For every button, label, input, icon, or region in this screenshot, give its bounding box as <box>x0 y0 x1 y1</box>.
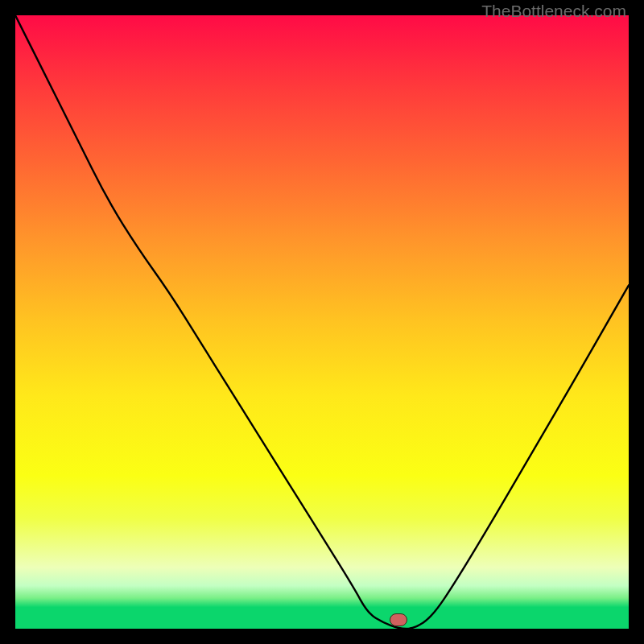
watermark-label: TheBottleneck.com <box>481 2 626 21</box>
bottleneck-curve <box>15 15 629 629</box>
optimum-marker <box>390 613 407 626</box>
